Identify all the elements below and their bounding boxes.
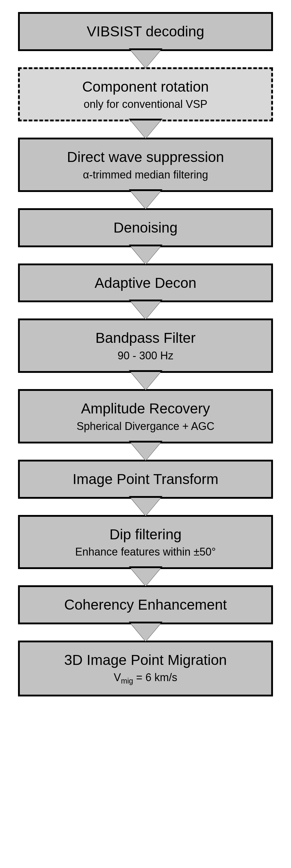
step-title: Amplitude Recovery	[81, 400, 210, 417]
arrow-icon	[131, 51, 161, 67]
arrow-icon	[131, 247, 161, 264]
step-title: Denoising	[114, 219, 177, 237]
arrow-icon	[131, 302, 161, 318]
arrow-icon	[131, 192, 161, 208]
step-subtitle: 90 - 300 Hz	[118, 349, 173, 362]
step-box-3: Direct wave suppression α-trimmed median…	[18, 137, 273, 192]
step-box-5: Adaptive Decon	[18, 264, 273, 303]
step-box-7: Amplitude Recovery Spherical Divergance …	[18, 389, 273, 443]
arrow-icon	[131, 499, 161, 515]
flowchart-container: VIBSIST decoding Component rotation only…	[18, 12, 273, 696]
step-subtitle: α-trimmed median filtering	[83, 168, 208, 181]
step-title: Dip filtering	[109, 526, 182, 543]
arrow-icon	[131, 373, 161, 389]
arrow-icon	[131, 121, 161, 137]
step-title: Adaptive Decon	[95, 274, 196, 292]
step-title: Component rotation	[82, 78, 209, 96]
arrow-icon	[131, 624, 161, 641]
step-box-10: Coherency Enhancement	[18, 585, 273, 624]
step-box-11: 3D Image Point Migration Vmig = 6 km/s	[18, 641, 273, 696]
step-subtitle: only for conventional VSP	[84, 98, 207, 111]
step-box-8: Image Point Transform	[18, 460, 273, 499]
step-title: Coherency Enhancement	[64, 596, 227, 614]
step-title: Image Point Transform	[73, 470, 219, 488]
arrow-icon	[131, 569, 161, 585]
step-box-9: Dip filtering Enhance features within ±5…	[18, 515, 273, 569]
step-title: Bandpass Filter	[96, 329, 196, 347]
step-title: VIBSIST decoding	[87, 23, 204, 40]
step-box-1: VIBSIST decoding	[18, 12, 273, 51]
step-title: 3D Image Point Migration	[64, 651, 227, 669]
step-subtitle: Vmig = 6 km/s	[114, 671, 177, 685]
step-box-6: Bandpass Filter 90 - 300 Hz	[18, 318, 273, 373]
step-box-2: Component rotation only for conventional…	[18, 67, 273, 122]
step-title: Direct wave suppression	[67, 148, 224, 166]
step-subtitle: Spherical Divergance + AGC	[76, 420, 215, 433]
step-subtitle: Enhance features within ±50°	[75, 545, 216, 558]
arrow-icon	[131, 443, 161, 460]
step-box-4: Denoising	[18, 208, 273, 247]
